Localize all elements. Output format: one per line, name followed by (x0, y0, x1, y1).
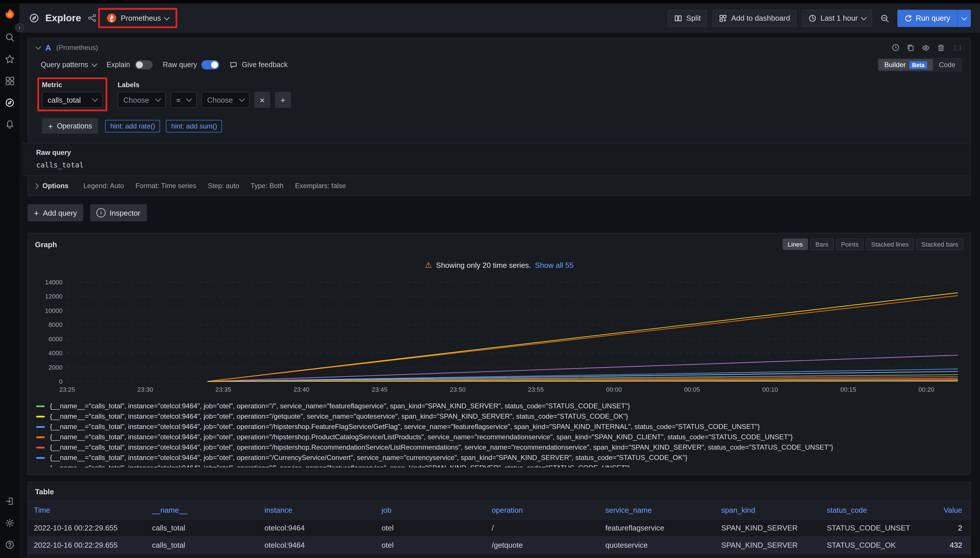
disable-query-button[interactable] (921, 43, 930, 52)
add-operation-button[interactable]: + Operations (42, 118, 99, 134)
svg-text:00:05: 00:05 (684, 386, 700, 393)
graph-mode-bars[interactable]: Bars (810, 239, 834, 250)
svg-text:2000: 2000 (48, 364, 62, 371)
give-feedback-link[interactable]: Give feedback (230, 61, 288, 69)
query-hint-chip[interactable]: hint: add sum() (166, 120, 222, 132)
zoom-out-button[interactable] (878, 10, 892, 27)
column-header-service-name[interactable]: service_name (601, 501, 717, 519)
graph-legend: {__name__="calls_total", instance="otelc… (36, 402, 962, 462)
column-header-job[interactable]: job (377, 501, 487, 519)
clock-icon (809, 14, 817, 22)
add-to-dashboard-label: Add to dashboard (731, 14, 790, 22)
time-series-chart[interactable]: 0200040006000800010000120001400023:2523:… (35, 279, 965, 396)
legend-series-label[interactable]: {__name__="calls_total", instance="otelc… (50, 454, 687, 462)
label-operator-value: = (176, 95, 181, 104)
grafana-logo[interactable] (3, 8, 16, 21)
column-header-value[interactable]: Value (928, 501, 970, 519)
drag-handle[interactable]: ⋮⋮ (952, 44, 962, 51)
collapse-chevron-icon[interactable] (35, 44, 41, 49)
label-value-select[interactable]: Choose (201, 92, 250, 108)
builder-mode-button[interactable]: Builder Beta (879, 59, 933, 71)
legend-series-label[interactable]: {__name__="calls_total", instance="otelc… (50, 423, 760, 431)
sidebar-item-help[interactable] (5, 540, 15, 550)
time-range-picker[interactable]: Last 1 hour (802, 10, 872, 27)
option-summary-item: Format: Time series (135, 182, 196, 190)
svg-text:6000: 6000 (48, 335, 62, 343)
duplicate-query-button[interactable] (906, 44, 914, 52)
legend-series-color (36, 437, 45, 438)
sidebar-item-dashboards[interactable] (5, 76, 15, 86)
legend-series-label[interactable]: {__name__="calls_total", instance="otelc… (50, 402, 630, 410)
sidebar-item-configuration[interactable] (5, 518, 15, 528)
split-button[interactable]: Split (668, 10, 707, 27)
query-hint-chip[interactable]: hint: add rate() (105, 120, 160, 132)
legend-row[interactable]: {__name__="calls_total", instance="otelc… (36, 443, 962, 452)
table-cell: otelcol:9464 (260, 519, 377, 537)
sidebar-item-explore[interactable] (5, 97, 15, 108)
comment-icon (230, 61, 238, 69)
column-header-status-code[interactable]: status_code (822, 501, 928, 519)
share-icon[interactable] (88, 14, 97, 22)
legend-series-label[interactable]: {__name__="calls_total", instance="otelc… (50, 464, 630, 468)
add-label-button[interactable]: + (275, 92, 291, 108)
svg-text:00:20: 00:20 (919, 386, 934, 393)
explore-icon (29, 13, 39, 23)
show-all-series-link[interactable]: Show all 55 (535, 261, 574, 269)
sidebar-expand-button[interactable]: › (15, 23, 24, 32)
legend-row[interactable]: {__name__="calls_total", instance="otelc… (36, 423, 962, 431)
code-mode-button[interactable]: Code (933, 59, 961, 71)
sidebar-item-starred[interactable] (5, 54, 15, 64)
svg-text:14000: 14000 (45, 279, 62, 286)
query-help-button[interactable] (892, 44, 899, 52)
table-cell: SPAN_KIND_SERVER (717, 519, 822, 537)
svg-text:10000: 10000 (45, 307, 62, 314)
svg-text:12000: 12000 (45, 293, 62, 300)
query-row-header[interactable]: A (Prometheus) ⋮⋮ (36, 38, 962, 57)
table-cell: otel (377, 519, 487, 537)
table-cell: SPAN_KIND_SERVER (717, 537, 822, 554)
datasource-picker[interactable]: Prometheus (102, 10, 174, 26)
inspector-button[interactable]: i Inspector (90, 204, 146, 222)
metric-select[interactable]: calls_total (42, 92, 103, 108)
query-builder-body: Metric calls_total Labels Choose (36, 79, 962, 134)
query-patterns-dropdown[interactable]: Query patterns (41, 61, 96, 69)
graph-mode-stacked-lines[interactable]: Stacked lines (866, 239, 914, 250)
legend-row[interactable]: {__name__="calls_total", instance="otelc… (36, 412, 962, 421)
column-header-span-kind[interactable]: span_kind (717, 501, 822, 519)
add-to-dashboard-button[interactable]: Add to dashboard (713, 10, 796, 27)
legend-row[interactable]: {__name__="calls_total", instance="otelc… (36, 454, 962, 462)
legend-row[interactable]: {__name__="calls_total", instance="otelc… (36, 402, 962, 410)
svg-text:23:25: 23:25 (59, 386, 75, 393)
metric-value: calls_total (48, 95, 81, 104)
legend-series-label[interactable]: {__name__="calls_total", instance="otelc… (50, 443, 833, 452)
legend-series-color (36, 405, 45, 407)
label-key-select[interactable]: Choose (118, 92, 166, 108)
svg-text:23:45: 23:45 (372, 386, 388, 393)
remove-label-button[interactable]: × (254, 92, 270, 108)
label-operator-select[interactable]: = (170, 92, 197, 108)
run-query-dropdown-button[interactable] (957, 10, 971, 27)
graph-mode-lines[interactable]: Lines (783, 239, 808, 250)
graph-mode-stacked-bars[interactable]: Stacked bars (916, 239, 964, 250)
legend-row[interactable]: {__name__="calls_total", instance="otelc… (36, 464, 962, 468)
graph-mode-points[interactable]: Points (836, 239, 864, 250)
column-header--name-[interactable]: __name__ (148, 501, 260, 519)
options-collapse-button[interactable]: Options (30, 181, 72, 190)
legend-series-label[interactable]: {__name__="calls_total", instance="otelc… (50, 412, 628, 421)
remove-query-button[interactable] (937, 44, 945, 52)
explain-toggle[interactable] (135, 60, 152, 69)
sidebar-item-search[interactable] (5, 32, 15, 43)
raw-query-toggle[interactable] (202, 60, 219, 69)
column-header-time[interactable]: Time (28, 501, 148, 519)
sidebar-item-alerting[interactable] (5, 119, 15, 130)
run-query-button[interactable]: Run query (898, 10, 957, 27)
option-summary-item: Legend: Auto (84, 182, 124, 190)
add-query-button[interactable]: + Add query (28, 204, 83, 222)
sidebar-item-sign-in[interactable] (5, 496, 15, 506)
series-limit-warning: ⚠ Showing only 20 time series. Show all … (28, 251, 970, 275)
column-header-instance[interactable]: instance (260, 501, 377, 519)
svg-text:23:55: 23:55 (528, 386, 544, 393)
legend-row[interactable]: {__name__="calls_total", instance="otelc… (36, 433, 962, 441)
legend-series-label[interactable]: {__name__="calls_total", instance="otelc… (50, 433, 793, 441)
column-header-operation[interactable]: operation (487, 501, 601, 519)
